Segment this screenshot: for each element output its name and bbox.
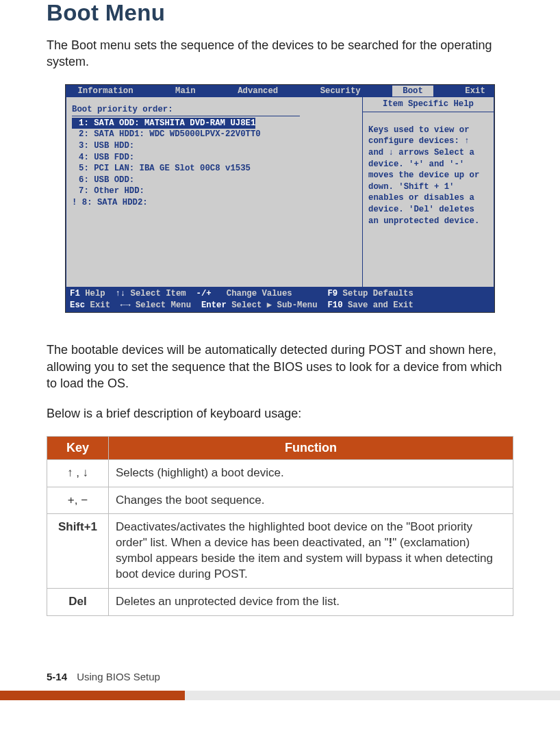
table-row: DelDeletes an unprotected device from th… [47, 589, 513, 616]
bios-tab-advanced: Advanced [227, 86, 289, 97]
bios-footer: F1 Help ↑↓ Select Item -/+ Change Values… [66, 287, 494, 312]
footer-section: Using BIOS Setup [77, 671, 160, 682]
bios-screenshot: Information Main Advanced Security Boot … [65, 84, 495, 313]
bios-menubar: Information Main Advanced Security Boot … [66, 85, 494, 98]
bios-tab-main: Main [165, 86, 206, 97]
bios-help-panel: Item Specific Help Keys used to view or … [363, 97, 494, 287]
boot-order-item: 2: SATA HDD1: WDC WD5000LPVX-22V0TT0 [72, 129, 357, 140]
bios-tab-exit: Exit [455, 86, 496, 97]
table-cell-key: +, − [47, 487, 109, 514]
table-row: Shift+1Deactivates/activates the highlig… [47, 514, 513, 589]
table-row: +, −Changes the boot sequence. [47, 487, 513, 514]
boot-order-item: ! 8: SATA HDD2: [72, 197, 357, 209]
table-cell-function: Deactivates/activates the highlighted bo… [109, 514, 513, 589]
table-header-key: Key [47, 436, 109, 459]
intro-paragraph: The Boot menu sets the sequence of the d… [47, 37, 513, 71]
key-function-table: Key Function ↑ , ↓Selects (highlight) a … [47, 436, 513, 617]
table-cell-function: Selects (highlight) a boot device. [109, 459, 513, 487]
table-cell-key: Del [47, 589, 109, 616]
boot-order-heading: Boot priority order: [72, 104, 357, 116]
table-row: ↑ , ↓Selects (highlight) a boot device. [47, 459, 513, 487]
table-cell-key: ↑ , ↓ [47, 459, 109, 487]
boot-order-item: 1: SATA ODD: MATSHITA DVD-RAM UJ8E1 [72, 118, 255, 129]
help-panel-title: Item Specific Help [363, 97, 494, 112]
footer-color-bar [0, 691, 560, 700]
boot-order-item: 3: USB HDD: [72, 140, 357, 152]
boot-order-item: 5: PCI LAN: IBA GE Slot 00C8 v1535 [72, 163, 357, 175]
paragraph-keyboard-intro: Below is a brief description of keyboard… [47, 405, 513, 422]
table-cell-function: Deletes an unprotected device from the l… [109, 589, 513, 616]
table-cell-key: Shift+1 [47, 514, 109, 589]
bios-boot-panel: Boot priority order: 1: SATA ODD: MATSHI… [66, 97, 363, 287]
table-cell-function: Changes the boot sequence. [109, 487, 513, 514]
table-header-function: Function [109, 436, 513, 459]
boot-order-item: 4: USB FDD: [72, 152, 357, 164]
page-footer: 5-14 Using BIOS Setup [0, 671, 560, 682]
bios-tab-boot: Boot [392, 86, 433, 97]
bios-tab-security: Security [309, 86, 371, 97]
help-panel-text: Keys used to view or configure devices: … [363, 112, 494, 231]
bios-tab-information: Information [67, 86, 144, 97]
page-title: Boot Menu [47, 0, 513, 26]
boot-order-item: 7: Other HDD: [72, 185, 357, 197]
boot-order-item: 6: USB ODD: [72, 175, 357, 186]
paragraph-post: The bootable devices will be automatical… [47, 342, 513, 392]
page-number: 5-14 [47, 671, 67, 682]
